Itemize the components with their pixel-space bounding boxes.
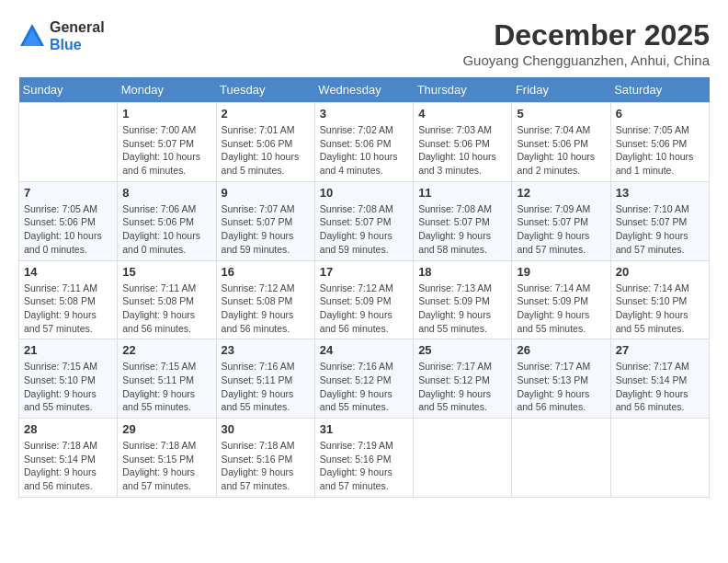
day-info: Sunrise: 7:02 AM Sunset: 5:06 PM Dayligh… bbox=[320, 123, 408, 178]
day-info: Sunrise: 7:07 AM Sunset: 5:07 PM Dayligh… bbox=[222, 202, 310, 257]
day-info: Sunrise: 7:09 AM Sunset: 5:07 PM Dayligh… bbox=[517, 202, 605, 257]
day-info: Sunrise: 7:15 AM Sunset: 5:10 PM Dayligh… bbox=[24, 360, 112, 414]
day-info: Sunrise: 7:08 AM Sunset: 5:07 PM Dayligh… bbox=[418, 202, 506, 257]
day-number: 22 bbox=[122, 343, 210, 357]
calendar-cell: 19Sunrise: 7:14 AM Sunset: 5:09 PM Dayli… bbox=[512, 260, 610, 339]
calendar-cell: 31Sunrise: 7:19 AM Sunset: 5:16 PM Dayli… bbox=[314, 419, 413, 498]
day-number: 31 bbox=[320, 422, 408, 436]
calendar-cell bbox=[414, 419, 512, 498]
month-title: December 2025 bbox=[462, 18, 710, 52]
calendar-cell: 12Sunrise: 7:09 AM Sunset: 5:07 PM Dayli… bbox=[512, 181, 610, 260]
calendar-cell: 10Sunrise: 7:08 AM Sunset: 5:07 PM Dayli… bbox=[314, 181, 413, 260]
calendar-week-row: 21Sunrise: 7:15 AM Sunset: 5:10 PM Dayli… bbox=[19, 339, 710, 419]
day-info: Sunrise: 7:14 AM Sunset: 5:10 PM Dayligh… bbox=[616, 282, 704, 336]
day-number: 4 bbox=[418, 107, 506, 121]
calendar-cell: 18Sunrise: 7:13 AM Sunset: 5:09 PM Dayli… bbox=[414, 260, 512, 339]
logo-general: General bbox=[50, 19, 105, 35]
day-info: Sunrise: 7:11 AM Sunset: 5:08 PM Dayligh… bbox=[122, 282, 210, 336]
day-number: 1 bbox=[122, 107, 210, 121]
calendar-cell: 14Sunrise: 7:11 AM Sunset: 5:08 PM Dayli… bbox=[19, 260, 118, 339]
calendar-cell: 7Sunrise: 7:05 AM Sunset: 5:06 PM Daylig… bbox=[19, 181, 118, 260]
weekday-header: Wednesday bbox=[314, 77, 413, 103]
calendar-cell: 15Sunrise: 7:11 AM Sunset: 5:08 PM Dayli… bbox=[118, 260, 216, 339]
calendar-week-row: 14Sunrise: 7:11 AM Sunset: 5:08 PM Dayli… bbox=[19, 260, 710, 339]
day-info: Sunrise: 7:04 AM Sunset: 5:06 PM Dayligh… bbox=[517, 123, 605, 178]
day-number: 21 bbox=[24, 343, 112, 357]
calendar-cell: 4Sunrise: 7:03 AM Sunset: 5:06 PM Daylig… bbox=[414, 103, 512, 182]
calendar-cell: 2Sunrise: 7:01 AM Sunset: 5:06 PM Daylig… bbox=[216, 103, 314, 182]
calendar-cell: 24Sunrise: 7:16 AM Sunset: 5:12 PM Dayli… bbox=[314, 339, 413, 419]
day-info: Sunrise: 7:16 AM Sunset: 5:11 PM Dayligh… bbox=[222, 360, 310, 414]
weekday-header: Thursday bbox=[414, 77, 512, 103]
calendar-cell: 26Sunrise: 7:17 AM Sunset: 5:13 PM Dayli… bbox=[512, 339, 610, 419]
day-info: Sunrise: 7:18 AM Sunset: 5:15 PM Dayligh… bbox=[122, 439, 210, 493]
day-number: 6 bbox=[616, 107, 704, 121]
day-number: 9 bbox=[222, 186, 310, 200]
day-info: Sunrise: 7:14 AM Sunset: 5:09 PM Dayligh… bbox=[517, 282, 605, 336]
logo-text: General Blue bbox=[50, 18, 105, 53]
day-info: Sunrise: 7:05 AM Sunset: 5:06 PM Dayligh… bbox=[24, 202, 112, 257]
day-number: 7 bbox=[24, 186, 112, 200]
day-number: 17 bbox=[320, 265, 408, 279]
day-info: Sunrise: 7:11 AM Sunset: 5:08 PM Dayligh… bbox=[24, 282, 112, 336]
day-info: Sunrise: 7:06 AM Sunset: 5:06 PM Dayligh… bbox=[122, 202, 210, 257]
calendar-cell: 21Sunrise: 7:15 AM Sunset: 5:10 PM Dayli… bbox=[19, 339, 118, 419]
page-header: General Blue December 2025 Guoyang Cheng… bbox=[18, 18, 710, 68]
calendar-cell: 6Sunrise: 7:05 AM Sunset: 5:06 PM Daylig… bbox=[610, 103, 709, 182]
day-info: Sunrise: 7:08 AM Sunset: 5:07 PM Dayligh… bbox=[320, 202, 408, 257]
calendar-cell: 11Sunrise: 7:08 AM Sunset: 5:07 PM Dayli… bbox=[414, 181, 512, 260]
day-info: Sunrise: 7:01 AM Sunset: 5:06 PM Dayligh… bbox=[222, 123, 310, 178]
day-number: 12 bbox=[517, 186, 605, 200]
day-info: Sunrise: 7:19 AM Sunset: 5:16 PM Dayligh… bbox=[320, 439, 408, 493]
day-number: 20 bbox=[616, 265, 704, 279]
day-info: Sunrise: 7:18 AM Sunset: 5:14 PM Dayligh… bbox=[24, 439, 112, 493]
calendar-cell bbox=[610, 419, 709, 498]
day-info: Sunrise: 7:03 AM Sunset: 5:06 PM Dayligh… bbox=[418, 123, 506, 178]
calendar-cell: 8Sunrise: 7:06 AM Sunset: 5:06 PM Daylig… bbox=[118, 181, 216, 260]
weekday-header: Friday bbox=[512, 77, 610, 103]
day-info: Sunrise: 7:13 AM Sunset: 5:09 PM Dayligh… bbox=[418, 282, 506, 336]
calendar-week-row: 7Sunrise: 7:05 AM Sunset: 5:06 PM Daylig… bbox=[19, 181, 710, 260]
calendar-cell: 16Sunrise: 7:12 AM Sunset: 5:08 PM Dayli… bbox=[216, 260, 314, 339]
day-number: 25 bbox=[418, 343, 506, 357]
calendar-cell: 29Sunrise: 7:18 AM Sunset: 5:15 PM Dayli… bbox=[118, 419, 216, 498]
calendar-cell: 17Sunrise: 7:12 AM Sunset: 5:09 PM Dayli… bbox=[314, 260, 413, 339]
day-info: Sunrise: 7:16 AM Sunset: 5:12 PM Dayligh… bbox=[320, 360, 408, 414]
day-info: Sunrise: 7:00 AM Sunset: 5:07 PM Dayligh… bbox=[122, 123, 210, 178]
weekday-header: Sunday bbox=[19, 77, 118, 103]
day-number: 27 bbox=[616, 343, 704, 357]
day-number: 3 bbox=[320, 107, 408, 121]
calendar-week-row: 1Sunrise: 7:00 AM Sunset: 5:07 PM Daylig… bbox=[19, 103, 710, 182]
weekday-header: Monday bbox=[118, 77, 216, 103]
day-number: 29 bbox=[122, 422, 210, 436]
day-info: Sunrise: 7:17 AM Sunset: 5:13 PM Dayligh… bbox=[517, 360, 605, 414]
calendar-cell: 1Sunrise: 7:00 AM Sunset: 5:07 PM Daylig… bbox=[118, 103, 216, 182]
weekday-header: Saturday bbox=[610, 77, 709, 103]
calendar-cell: 20Sunrise: 7:14 AM Sunset: 5:10 PM Dayli… bbox=[610, 260, 709, 339]
calendar-cell: 5Sunrise: 7:04 AM Sunset: 5:06 PM Daylig… bbox=[512, 103, 610, 182]
calendar-cell: 3Sunrise: 7:02 AM Sunset: 5:06 PM Daylig… bbox=[314, 103, 413, 182]
day-number: 2 bbox=[222, 107, 310, 121]
day-info: Sunrise: 7:05 AM Sunset: 5:06 PM Dayligh… bbox=[616, 123, 704, 178]
logo-blue: Blue bbox=[50, 37, 82, 52]
day-number: 24 bbox=[320, 343, 408, 357]
day-number: 19 bbox=[517, 265, 605, 279]
day-number: 28 bbox=[24, 422, 112, 436]
day-number: 13 bbox=[616, 186, 704, 200]
day-number: 16 bbox=[222, 265, 310, 279]
day-info: Sunrise: 7:18 AM Sunset: 5:16 PM Dayligh… bbox=[222, 439, 310, 493]
calendar-table: SundayMondayTuesdayWednesdayThursdayFrid… bbox=[18, 77, 710, 498]
calendar-cell: 23Sunrise: 7:16 AM Sunset: 5:11 PM Dayli… bbox=[216, 339, 314, 419]
day-number: 5 bbox=[517, 107, 605, 121]
calendar-cell: 9Sunrise: 7:07 AM Sunset: 5:07 PM Daylig… bbox=[216, 181, 314, 260]
title-block: December 2025 Guoyang Chengguanzhen, Anh… bbox=[462, 18, 710, 68]
day-number: 11 bbox=[418, 186, 506, 200]
day-number: 8 bbox=[122, 186, 210, 200]
logo-icon bbox=[18, 22, 46, 50]
location: Guoyang Chengguanzhen, Anhui, China bbox=[462, 52, 710, 68]
logo: General Blue bbox=[18, 18, 105, 53]
day-number: 18 bbox=[418, 265, 506, 279]
weekday-header: Tuesday bbox=[216, 77, 314, 103]
calendar-cell bbox=[19, 103, 118, 182]
calendar-cell: 25Sunrise: 7:17 AM Sunset: 5:12 PM Dayli… bbox=[414, 339, 512, 419]
